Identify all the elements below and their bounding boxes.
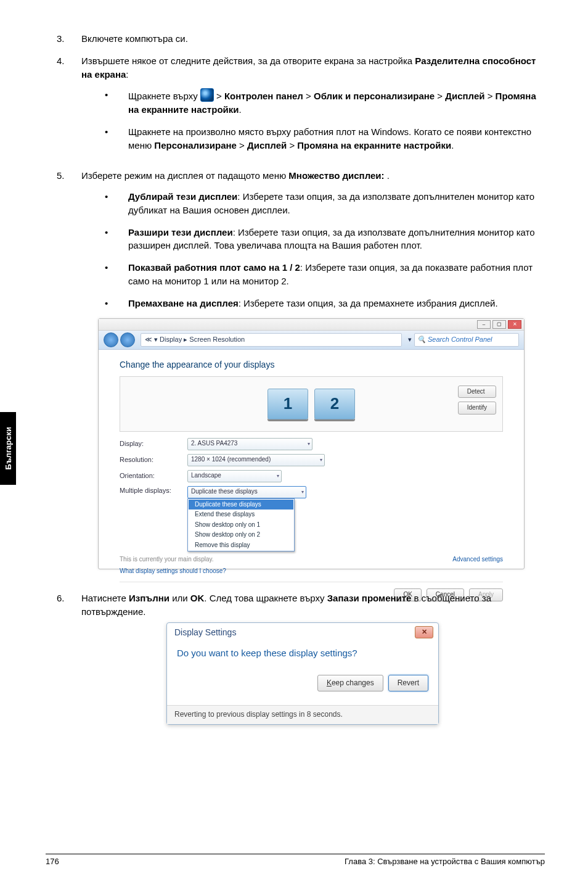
search-input[interactable]: 🔍Search Control Panel	[414, 333, 519, 347]
step-4-intro: Извършете някое от следните действия, за…	[81, 56, 536, 80]
help-link[interactable]: What display settings should I choose?	[120, 567, 503, 576]
page-number: 176	[46, 857, 59, 866]
step4-bullet-1: Щракнете върху > Контролен панел > Облик…	[128, 88, 541, 117]
orientation-select[interactable]: Landscape	[187, 470, 282, 482]
forward-button[interactable]	[120, 332, 135, 347]
refresh-icon[interactable]: ▾	[408, 335, 412, 345]
minimize-icon[interactable]: –	[477, 320, 491, 329]
step5-item-2: Разшири тези дисплеи: Изберете тази опци…	[128, 226, 541, 253]
main-display-note: This is currently your main display.	[120, 555, 214, 564]
windows-start-icon	[200, 88, 214, 102]
bullet: •	[105, 261, 128, 288]
resolution-label: Resolution:	[120, 455, 187, 465]
chapter-title: Глава 3: Свързване на устройства с Вашия…	[345, 857, 545, 866]
bullet: •	[105, 190, 128, 217]
multiple-displays-dropdown[interactable]: Duplicate these displays Extend these di…	[187, 498, 295, 552]
step-number-4: 4.	[57, 54, 81, 161]
bullet: •	[105, 125, 128, 152]
multiple-displays-select[interactable]: Duplicate these displays	[187, 486, 306, 498]
dialog-close-icon[interactable]: ✕	[415, 626, 433, 638]
identify-button[interactable]: Identify	[458, 402, 496, 415]
window-heading: Change the appearance of your displays	[120, 358, 503, 371]
back-button[interactable]	[104, 332, 118, 347]
step-3-text: Включете компютъра си.	[81, 32, 541, 46]
revert-button[interactable]: Revert	[388, 675, 428, 691]
keep-changes-button[interactable]: Keep changes	[317, 675, 383, 691]
step-number-3: 3.	[57, 32, 81, 46]
step-5-intro: Изберете режим на дисплея от падащото ме…	[81, 170, 390, 181]
step5-item-3: Показвай работния плот само на 1 / 2: Из…	[128, 261, 541, 288]
step4-bullet-2: Щракнете на произволно място върху работ…	[128, 125, 541, 152]
maximize-icon[interactable]: ▢	[492, 320, 506, 329]
multiple-displays-label: Multiple displays:	[120, 486, 187, 496]
monitor-2-icon[interactable]: 2	[314, 389, 355, 419]
step-number-5: 5.	[57, 169, 81, 583]
side-language-tab: Български	[0, 412, 16, 485]
advanced-settings-link[interactable]: Advanced settings	[452, 555, 503, 564]
step5-item-1: Дублирай тези дисплеи: Изберете тази опц…	[128, 190, 541, 217]
step-number-6: 6.	[57, 592, 81, 724]
side-language-label: Български	[4, 427, 13, 469]
dd-opt-show1[interactable]: Show desktop only on 1	[189, 520, 293, 530]
dialog-status: Reverting to previous display settings i…	[167, 705, 438, 724]
monitor-preview-panel: 1 2 Detect Identify	[120, 376, 503, 432]
close-icon[interactable]: ✕	[508, 320, 521, 329]
step-6-text: Натиснете Изпълни или OK. След това щрак…	[81, 593, 491, 617]
monitor-1-icon[interactable]: 1	[267, 389, 308, 419]
dd-opt-duplicate[interactable]: Duplicate these displays	[189, 500, 293, 510]
dialog-question: Do you want to keep these display settin…	[177, 646, 428, 660]
dialog-title: Display Settings	[174, 626, 236, 638]
orientation-label: Orientation:	[120, 471, 187, 481]
breadcrumb[interactable]: ≪ ▾ Display ▸ Screen Resolution	[141, 333, 402, 347]
display-select[interactable]: 2. ASUS PA4273	[187, 438, 312, 450]
bullet: •	[105, 226, 128, 253]
dd-opt-extend[interactable]: Extend these displays	[189, 510, 293, 520]
display-settings-dialog: Display Settings ✕ Do you want to keep t…	[166, 622, 439, 725]
detect-button[interactable]: Detect	[458, 386, 496, 398]
display-label: Display:	[120, 439, 187, 449]
window-titlebar: – ▢ ✕	[99, 319, 524, 331]
step5-item-4: Премахване на дисплея: Изберете тази опц…	[128, 297, 498, 310]
resolution-select[interactable]: 1280 × 1024 (recommended)	[187, 454, 325, 466]
bullet: •	[105, 297, 128, 310]
dd-opt-remove[interactable]: Remove this display	[189, 540, 293, 551]
dd-opt-show2[interactable]: Show desktop only on 2	[189, 530, 293, 540]
bullet: •	[105, 88, 128, 117]
screen-resolution-window: – ▢ ✕ ≪ ▾ Display ▸ Screen Resolution ▾ …	[98, 318, 525, 569]
